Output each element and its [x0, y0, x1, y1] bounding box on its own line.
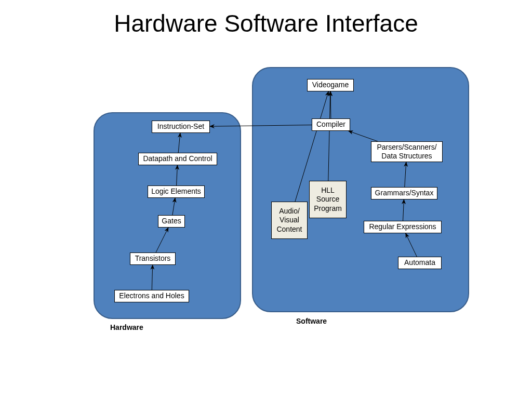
node-instruction_set: Instruction-Set: [152, 121, 210, 133]
hardware-label: Hardware: [110, 323, 143, 331]
node-electrons: Electrons and Holes: [114, 290, 189, 302]
node-gates: Gates: [158, 215, 185, 228]
slide: Hardware Software Interface Hardware Sof…: [0, 0, 532, 399]
node-regex: Regular Expressions: [364, 221, 442, 233]
slide-title: Hardware Software Interface: [0, 9, 532, 37]
node-audio: Audio/ Visual Content: [271, 202, 308, 239]
node-parsers: Parsers/Scanners/ Data Structures: [371, 141, 443, 162]
node-grammars: Grammars/Syntax: [371, 187, 437, 200]
node-compiler: Compiler: [312, 118, 350, 131]
node-automata: Automata: [398, 257, 442, 269]
software-label: Software: [296, 317, 327, 325]
node-videogame: Videogame: [307, 79, 354, 91]
node-hll: HLL Source Program: [309, 181, 347, 218]
node-logic: Logic Elements: [148, 185, 205, 198]
node-datapath: Datapath and Control: [138, 153, 217, 165]
node-transistors: Transistors: [130, 252, 176, 265]
